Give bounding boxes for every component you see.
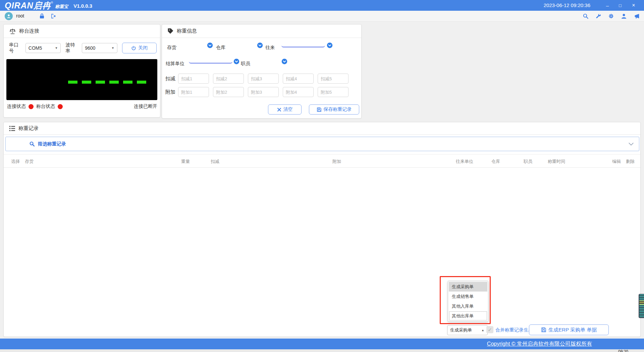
balance-scale-icon — [9, 28, 16, 35]
append-input-2[interactable] — [213, 87, 244, 97]
disconnect-button[interactable]: 关闭 — [122, 43, 157, 53]
scale-panel-title: 称台连接 — [19, 28, 39, 34]
toolbar-right-icons — [583, 13, 640, 19]
wrench-icon[interactable] — [595, 13, 601, 19]
scale-status-label: 称台状态 — [36, 103, 55, 109]
search-icon — [29, 141, 35, 147]
gear-icon[interactable] — [608, 13, 614, 19]
deduct-label: 扣减 — [165, 76, 175, 82]
column-header-0: 选择 — [11, 159, 20, 165]
save-record-button[interactable]: 保存称重记录 — [309, 104, 359, 115]
deduct-input-5[interactable] — [318, 74, 348, 84]
warehouse-dropdown-icon[interactable] — [257, 42, 263, 48]
column-header-8: 称重时间 — [548, 159, 565, 165]
chevron-down-icon[interactable] — [629, 142, 634, 146]
deduct-input-1[interactable] — [178, 74, 209, 84]
port-label: 串口号 — [9, 42, 23, 54]
user-icon[interactable] — [621, 13, 627, 19]
weigh-info-panel: 称重信息 存货 仓库 往来 结算单位 职员 扣减 附加 — [162, 24, 362, 119]
floppy-icon — [541, 327, 546, 333]
tag-icon — [167, 28, 174, 34]
logo-text: QIRAN启冉 — [5, 0, 51, 10]
weight-led-display — [6, 59, 157, 100]
menu-item-1[interactable]: 生成销售单 — [449, 292, 487, 301]
deduct-input-4[interactable] — [283, 74, 314, 84]
generate-type-select[interactable]: 生成采购单 ▲ — [447, 325, 488, 335]
generate-erp-label: 生成ERP 采购单 单据 — [548, 327, 597, 333]
minimize-button[interactable]: – — [602, 0, 613, 11]
generate-erp-button[interactable]: 生成ERP 采购单 单据 — [529, 324, 609, 335]
column-header-4: 附加 — [332, 159, 341, 165]
filter-records-bar[interactable]: 筛选称重记录 — [5, 137, 639, 151]
led-dash — [109, 81, 119, 84]
append-input-5[interactable] — [318, 87, 348, 97]
append-input-4[interactable] — [283, 87, 314, 97]
settle-unit-field[interactable] — [189, 55, 232, 63]
clear-button[interactable]: 清空 — [268, 104, 302, 115]
append-input-3[interactable] — [248, 87, 279, 97]
weigh-panel-header: 称重信息 — [162, 25, 361, 38]
clear-button-label: 清空 — [283, 106, 293, 113]
title-bar: QIRAN启冉 ® 称重宝 V1.0.0.3 2023-06-12 09:20:… — [0, 0, 644, 11]
copyright-link[interactable]: Copyright © 常州启冉软件有限公司版权所有 — [487, 341, 592, 348]
settle-unit-dropdown-icon[interactable] — [233, 58, 239, 64]
footer-bar: Copyright © 常州启冉软件有限公司版权所有 — [0, 339, 644, 349]
settle-unit-label: 结算单位 — [166, 61, 184, 67]
registered-mark: ® — [51, 1, 53, 4]
list-icon — [9, 126, 15, 131]
floppy-icon — [317, 107, 322, 112]
clock-datetime: 2023-06-12 09:20:36 — [544, 2, 590, 8]
deduct-input-2[interactable] — [213, 74, 244, 84]
search-icon[interactable] — [583, 13, 589, 19]
x-icon — [277, 107, 281, 112]
docked-edge-widget[interactable] — [639, 294, 644, 318]
baud-label: 波特率 — [65, 42, 79, 54]
scale-panel-header: 称台连接 — [4, 25, 160, 38]
taskbar-sliver: 09:20 — [0, 349, 644, 352]
check-icon: ✓ — [488, 327, 492, 333]
partner-dropdown-icon[interactable] — [327, 42, 333, 48]
menu-item-0[interactable]: 生成采购单 — [449, 282, 487, 292]
column-header-5: 往来单位 — [456, 159, 473, 165]
baud-select[interactable]: 9600 ▼ — [82, 43, 117, 53]
menu-item-3[interactable]: 其他出库单 — [449, 311, 487, 321]
table-header-row: 选择存货重量扣减附加往来单位仓库职员称重时间编辑删除 — [4, 154, 640, 168]
append-inputs — [178, 87, 348, 97]
menu-item-2[interactable]: 其他入库单 — [449, 301, 487, 311]
lock-icon[interactable] — [39, 13, 45, 19]
megaphone-icon[interactable] — [634, 13, 640, 19]
inventory-field[interactable] — [180, 39, 205, 47]
led-dash — [96, 81, 105, 84]
records-panel-title: 称重记录 — [18, 125, 39, 132]
status-row: 连接状态 称台状态 连接已断开 — [7, 103, 157, 110]
inventory-dropdown-icon[interactable] — [207, 42, 213, 48]
partner-field[interactable] — [281, 39, 325, 47]
user-avatar[interactable] — [5, 12, 13, 20]
logout-icon[interactable] — [50, 13, 56, 19]
append-label: 附加 — [165, 89, 175, 95]
merge-records-checkbox[interactable]: ✓ — [486, 326, 493, 333]
warehouse-field[interactable] — [229, 39, 256, 47]
staff-label: 职员 — [241, 61, 250, 67]
caret-down-icon: ▼ — [55, 46, 58, 50]
led-dash — [137, 81, 146, 84]
app-logo: QIRAN启冉 ® 称重宝 V1.0.0.3 — [5, 0, 92, 10]
username-label: root — [16, 13, 24, 18]
staff-dropdown-icon[interactable] — [281, 58, 287, 64]
toolbar: root — [0, 11, 644, 21]
inventory-label: 存货 — [167, 45, 176, 51]
person-icon — [6, 14, 11, 18]
warehouse-label: 仓库 — [216, 45, 225, 51]
weigh-records-panel: 称重记录 筛选称重记录 选择存货重量扣减附加往来单位仓库职员称重时间编辑删除 — [3, 122, 641, 337]
save-button-label: 保存称重记录 — [324, 106, 352, 113]
taskbar-clock: 09:20 — [618, 349, 628, 352]
maximize-button[interactable]: □ — [614, 0, 626, 11]
staff-field[interactable] — [254, 55, 280, 63]
close-window-button[interactable]: × — [628, 0, 639, 11]
caret-down-icon: ▼ — [111, 46, 114, 50]
generate-order-menu: 生成采购单生成销售单其他入库单其他出库单 — [448, 281, 488, 322]
deduct-input-3[interactable] — [248, 74, 279, 84]
append-input-1[interactable] — [178, 87, 209, 97]
port-select[interactable]: COM5 ▼ — [25, 43, 61, 53]
led-dash-segments — [68, 81, 146, 84]
